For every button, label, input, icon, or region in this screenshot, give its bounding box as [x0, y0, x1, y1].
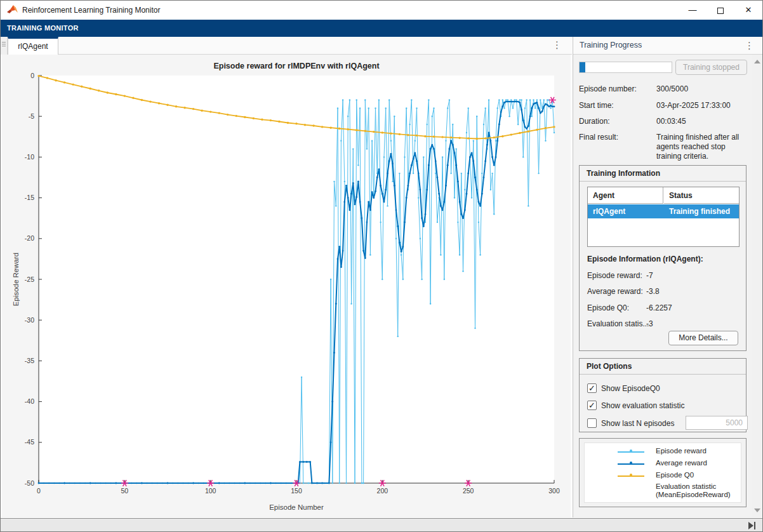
field-value: 300/5000: [656, 84, 746, 94]
expand-panel-icon[interactable]: [748, 522, 757, 529]
svg-text:250: 250: [463, 487, 474, 495]
legend-item: Average reward: [585, 458, 742, 470]
checkbox-label: Show EpisodeQ0: [601, 384, 660, 393]
document-tab-strip: rlQAgent ⋮: [1, 37, 572, 55]
last-n-episodes-input[interactable]: [686, 416, 748, 430]
ribbon: TRAINING MONITOR: [1, 20, 762, 37]
training-progress-panel: Training Progress ⋮ Training stopped Epi…: [573, 37, 762, 517]
group-title: Plot Options: [580, 359, 746, 375]
svg-text:Episode Reward: Episode Reward: [12, 253, 20, 306]
tab-label: rlQAgent: [18, 42, 48, 51]
field-value: -7: [646, 271, 653, 280]
agent-cell: rlQAgent: [593, 204, 625, 218]
show-last-n-episodes-checkbox[interactable]: [587, 418, 597, 428]
training-stopped-button[interactable]: Training stopped: [675, 60, 747, 75]
legend-item: Evaluation statistic(MeanEpisodeReward): [585, 481, 742, 493]
scroll-down-icon[interactable]: [754, 509, 760, 512]
field-label: Duration:: [579, 117, 610, 126]
plot-options-group: Plot Options Show EpisodeQ0 Show evaluat…: [579, 358, 746, 432]
legend-label: Episode Q0: [656, 471, 694, 479]
legend-marker-dot: [630, 462, 632, 464]
more-details-button[interactable]: More Details...: [668, 331, 738, 345]
training-progress-bar: [579, 62, 672, 73]
maximize-button[interactable]: [707, 1, 734, 20]
svg-text:-20: -20: [25, 234, 34, 242]
maximize-icon: [717, 8, 724, 14]
svg-text:0: 0: [30, 72, 34, 79]
field-label: Episode number:: [579, 84, 637, 93]
episode-info-title: Episode Information (rlQAgent):: [587, 255, 703, 263]
svg-text:-30: -30: [25, 316, 34, 324]
svg-text:Episode reward for rlMDPEnv wi: Episode reward for rlMDPEnv with rlQAgen…: [213, 62, 380, 70]
tab-options-kebab-icon[interactable]: ⋮: [552, 39, 562, 51]
table-row-selected[interactable]: rlQAgent Training finished: [588, 204, 739, 218]
checkbox-label: Show last N episodes: [601, 419, 674, 428]
group-title: Training Information: [580, 166, 746, 182]
average-reward-row: Average reward: -3.8: [587, 287, 740, 296]
agent-status-table[interactable]: Agent Status rlQAgent Training finished: [587, 187, 740, 247]
svg-text:-50: -50: [25, 479, 34, 487]
training-information-group: Training Information Agent Status rlQAge…: [579, 165, 746, 351]
field-label: Final result:: [579, 133, 618, 142]
svg-text:-40: -40: [25, 397, 34, 405]
svg-text:150: 150: [291, 487, 302, 495]
field-label: Evaluation statis...: [587, 319, 649, 328]
show-evaluation-statistic-checkbox[interactable]: [587, 401, 597, 410]
close-button[interactable]: ✕: [734, 1, 762, 20]
bottom-status-strip: [1, 518, 762, 532]
status-cell: Training finished: [669, 204, 730, 218]
field-label: Episode reward:: [587, 271, 642, 280]
field-label: Start time:: [579, 101, 614, 110]
legend-box: Episode rewardAverage rewardEpisode Q0Ev…: [579, 438, 746, 507]
show-episodeq0-checkbox[interactable]: [587, 383, 597, 393]
field-value: -3.8: [646, 287, 660, 296]
field-value: Training finished after all agents reach…: [656, 133, 746, 161]
svg-text:-45: -45: [25, 438, 34, 446]
tab-rlqagent[interactable]: rlQAgent: [8, 37, 58, 55]
chart-legend: Episode rewardAverage rewardEpisode Q0Ev…: [584, 442, 741, 503]
panel-drag-handle[interactable]: [1, 37, 8, 55]
field-value: -6.2257: [646, 303, 672, 312]
panel-header: Training Progress ⋮: [573, 37, 763, 55]
panel-body: Training stopped Episode number: 300/500…: [573, 55, 750, 517]
episode-q0-row: Episode Q0: -6.2257: [587, 303, 740, 312]
ribbon-tab-training-monitor[interactable]: TRAINING MONITOR: [7, 24, 79, 32]
panel-title: Training Progress: [580, 41, 642, 50]
svg-text:0: 0: [37, 487, 41, 495]
field-value: 00:03:45: [656, 117, 746, 126]
field-label: Average reward:: [587, 287, 643, 296]
field-value: -3: [646, 319, 653, 328]
panel-scrollbar[interactable]: [752, 55, 762, 517]
minimize-button[interactable]: —: [679, 1, 707, 20]
legend-label: Average reward: [656, 459, 707, 467]
svg-text:-5: -5: [29, 112, 34, 120]
svg-text:100: 100: [205, 487, 216, 495]
legend-label: Episode reward: [656, 447, 707, 455]
episode-reward-row: Episode reward: -7: [587, 271, 740, 280]
checkbox-label: Show evaluation statistic: [601, 401, 684, 410]
column-header-status[interactable]: Status: [664, 187, 739, 204]
matlab-logo-icon: [7, 5, 18, 15]
field-label: Episode Q0:: [587, 303, 629, 312]
svg-text:-15: -15: [25, 194, 34, 201]
legend-item: Episode reward: [585, 446, 742, 458]
window-title: Reinforcement Learning Training Monitor: [22, 6, 160, 15]
svg-text:Episode Number: Episode Number: [269, 503, 324, 511]
app-window: Reinforcement Learning Training Monitor …: [0, 0, 763, 532]
svg-text:-25: -25: [25, 276, 34, 283]
legend-label: Evaluation statistic(MeanEpisodeReward): [656, 482, 731, 499]
title-bar: Reinforcement Learning Training Monitor …: [1, 1, 762, 20]
panel-options-kebab-icon[interactable]: ⋮: [745, 40, 754, 51]
legend-marker-dot: [630, 474, 632, 476]
svg-text:-10: -10: [25, 153, 34, 161]
svg-text:200: 200: [377, 487, 388, 495]
field-value: 03-Apr-2025 17:33:00: [656, 101, 746, 110]
episode-reward-chart[interactable]: 0501001502002503000-5-10-15-20-25-30-35-…: [2, 55, 571, 520]
column-header-agent[interactable]: Agent: [588, 187, 663, 204]
progress-bar-fill: [580, 62, 585, 72]
legend-item: Episode Q0: [585, 470, 742, 482]
svg-text:50: 50: [121, 487, 128, 495]
chart-panel: 0501001502002503000-5-10-15-20-25-30-35-…: [2, 55, 571, 517]
scroll-up-icon[interactable]: [754, 60, 760, 63]
grip-icon: [2, 42, 6, 48]
